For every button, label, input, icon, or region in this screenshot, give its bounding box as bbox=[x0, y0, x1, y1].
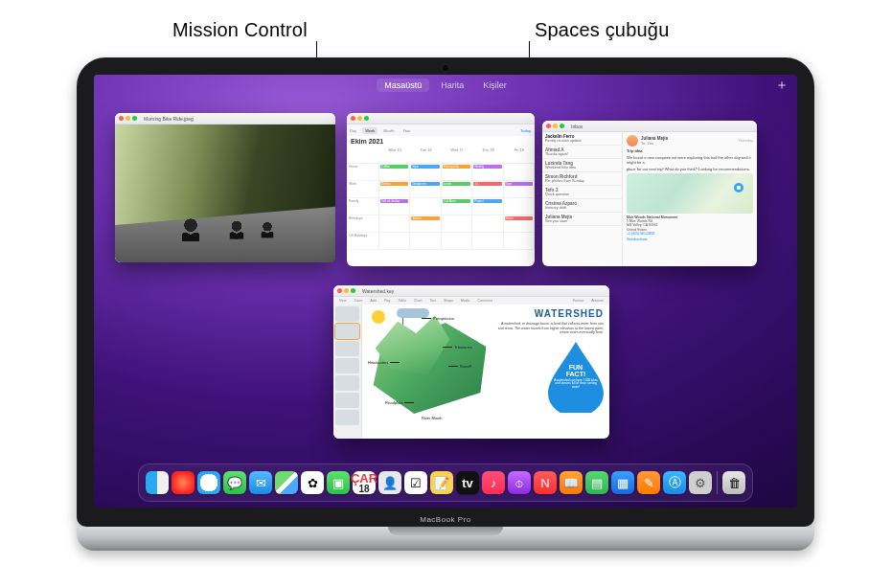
window-calendar[interactable]: Day Week Month Year Today Ekim 2021 Mon … bbox=[347, 113, 535, 266]
avatar-icon bbox=[627, 135, 638, 147]
space-desktop[interactable]: Masaüstü bbox=[377, 79, 429, 92]
slide-canvas[interactable]: Precipitation Tributaries Runoff Headwat… bbox=[362, 305, 609, 439]
watershed-diagram: Precipitation Tributaries Runoff Headwat… bbox=[368, 308, 492, 423]
camera-dot bbox=[443, 65, 448, 71]
keynote-toolbar[interactable]: View Zoom Add Play Table Chart Text Shap… bbox=[333, 297, 609, 305]
slide-heading: WATERSHED bbox=[495, 308, 604, 319]
window-keynote[interactable]: Watershed.key View Zoom Add Play Table C… bbox=[333, 285, 609, 439]
dock-calendar-icon[interactable]: ÇAR 18 bbox=[353, 471, 376, 494]
mail-message-row: Ahmad AThanks again! bbox=[542, 146, 622, 159]
calendar-month: Ekim 2021 bbox=[347, 136, 535, 147]
mail-subject: Trip idea bbox=[627, 148, 753, 153]
dock-appstore-icon[interactable]: Ⓐ bbox=[663, 471, 686, 494]
traffic-lights[interactable] bbox=[546, 124, 564, 128]
dock-podcasts-icon[interactable]: ⌽ bbox=[508, 471, 531, 494]
dock-notes-icon[interactable]: 📝 bbox=[430, 471, 453, 494]
mail-reading-pane: Juliana Mejía To: You Yesterday Trip ide… bbox=[623, 132, 757, 266]
space-contacts[interactable]: Kişiler bbox=[475, 79, 515, 92]
dock-facetime-icon[interactable]: ▣ bbox=[327, 471, 350, 494]
window-title: Morning Bike Ride.jpeg bbox=[144, 116, 194, 122]
laptop-hinge: MacBook Pro bbox=[77, 527, 814, 551]
dock-messages-icon[interactable]: 💬 bbox=[223, 471, 246, 494]
calendar-grid: Mon 15 Tue 16 Wed 17 Thu 18 Fri 19 Home … bbox=[347, 147, 535, 250]
dock-safari-icon[interactable] bbox=[197, 471, 220, 494]
callout-label: Mission Control bbox=[172, 19, 308, 40]
mail-message-row: Tefo J.Quick question bbox=[542, 186, 622, 199]
callout-spaces-bar: Spaces çubuğu bbox=[535, 19, 669, 41]
mail-message-row: Cristina AzparóItinerary draft bbox=[542, 199, 622, 213]
dock: 💬 ✉︎ ✿ ▣ ÇAR 18 👤 ☑︎ 📝 tv ♪ ⌽ N 📖 ▤ ▦ bbox=[138, 464, 753, 502]
mail-message-row: Juliana MejíaSee you soon bbox=[542, 213, 622, 226]
space-maps[interactable]: Harita bbox=[433, 79, 471, 92]
directions-link[interactable]: Get directions bbox=[627, 237, 753, 241]
device-model-label: MacBook Pro bbox=[420, 515, 471, 524]
dock-photos-icon[interactable]: ✿ bbox=[301, 471, 324, 494]
slide-thumbnails[interactable] bbox=[333, 305, 362, 439]
dock-tv-icon[interactable]: tv bbox=[456, 471, 479, 494]
sun-icon bbox=[372, 310, 385, 324]
calendar-view-tabs[interactable]: Day Week Month Year Today bbox=[347, 124, 535, 136]
mail-message-row: Lucinda TangWeekend hike idea bbox=[542, 159, 622, 172]
dock-keynote-icon[interactable]: ▦ bbox=[611, 471, 634, 494]
mission-control-surface[interactable]: Morning Bike Ride.jpeg bbox=[94, 96, 797, 460]
traffic-lights[interactable] bbox=[119, 116, 137, 121]
dock-reminders-icon[interactable]: ☑︎ bbox=[404, 471, 427, 494]
laptop-frame: Masaüstü Harita Kişiler ＋ Morning Bike R… bbox=[77, 57, 814, 558]
add-space-button[interactable]: ＋ bbox=[774, 78, 789, 93]
dock-finder-icon[interactable] bbox=[146, 471, 169, 494]
traffic-lights[interactable] bbox=[337, 288, 355, 293]
dock-contacts-icon[interactable]: 👤 bbox=[378, 471, 401, 494]
window-title: Inbox bbox=[571, 124, 583, 129]
window-mail[interactable]: Inbox Jackelin FerroFamily reunion updat… bbox=[542, 121, 757, 266]
dock-books-icon[interactable]: 📖 bbox=[560, 471, 583, 494]
fun-fact-drop: FUN FACT! A watershed can have 7,000 lak… bbox=[548, 342, 604, 413]
slide-body: A watershed, or drainage basin, is land … bbox=[495, 322, 604, 335]
mail-message-row: Simon RichfordRe: photos from Sunday bbox=[542, 172, 622, 186]
dock-trash-icon[interactable]: 🗑 bbox=[722, 471, 745, 494]
spaces-bar: Masaüstü Harita Kişiler ＋ bbox=[94, 75, 797, 96]
dock-preferences-icon[interactable]: ⚙︎ bbox=[689, 471, 712, 494]
screen-bezel: Masaüstü Harita Kişiler ＋ Morning Bike R… bbox=[77, 57, 814, 527]
dock-mail-icon[interactable]: ✉︎ bbox=[249, 471, 272, 494]
mail-message-row: Jackelin FerroFamily reunion update bbox=[542, 132, 622, 146]
window-title: Watershed.key bbox=[362, 288, 394, 294]
dock-news-icon[interactable]: N bbox=[534, 471, 557, 494]
callout-label: Spaces çubuğu bbox=[535, 19, 669, 40]
traffic-lights[interactable] bbox=[351, 116, 369, 121]
map-preview[interactable] bbox=[627, 173, 753, 214]
dock-music-icon[interactable]: ♪ bbox=[482, 471, 505, 494]
mail-message-list[interactable]: Jackelin FerroFamily reunion update Ahma… bbox=[542, 132, 623, 266]
callout-mission-control: Mission Control bbox=[172, 19, 308, 41]
photo-content bbox=[115, 124, 335, 262]
window-photo-viewer[interactable]: Morning Bike Ride.jpeg bbox=[115, 113, 335, 262]
screen: Masaüstü Harita Kişiler ＋ Morning Bike R… bbox=[94, 75, 797, 508]
dock-separator bbox=[717, 471, 718, 494]
dock-numbers-icon[interactable]: ▤ bbox=[585, 471, 608, 494]
today-button[interactable]: Today bbox=[517, 127, 535, 134]
dock-maps-icon[interactable] bbox=[275, 471, 298, 494]
dock-launchpad-icon[interactable] bbox=[172, 471, 194, 494]
dock-pages-icon[interactable]: ✎ bbox=[637, 471, 660, 494]
